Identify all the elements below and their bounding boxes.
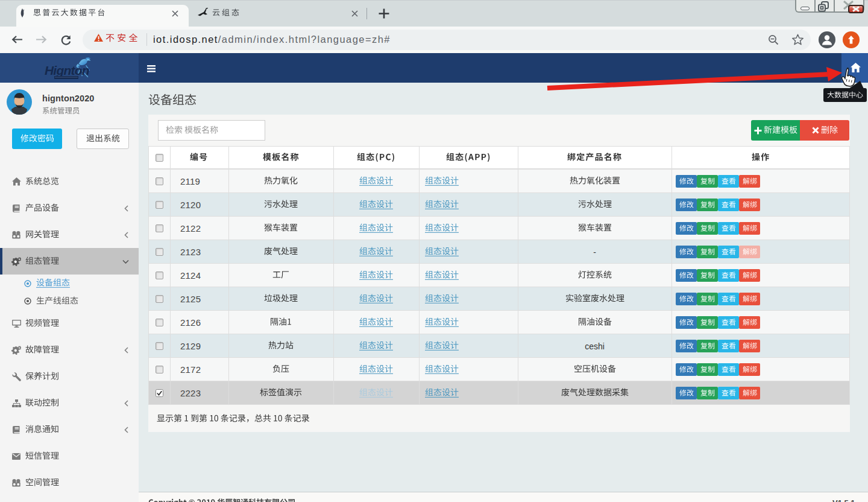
svg-text:Hignton: Hignton (45, 63, 89, 77)
